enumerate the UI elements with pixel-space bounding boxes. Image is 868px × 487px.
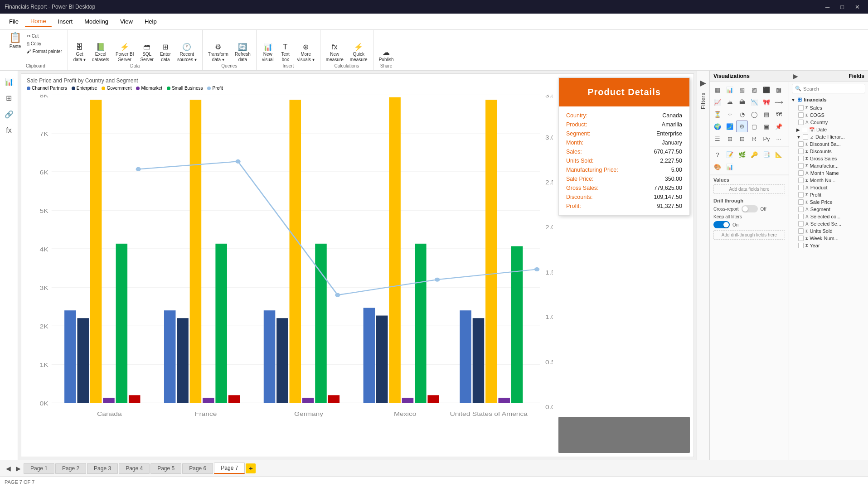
btn-quick-measure[interactable]: ⚡ Quickmeasure — [347, 42, 370, 63]
expand-viz-btn[interactable]: ▶ — [793, 72, 798, 80]
cb-cogs[interactable] — [798, 112, 804, 118]
viz-slicer[interactable]: ☰ — [712, 133, 723, 145]
fields-search-input[interactable] — [803, 86, 862, 92]
menu-view[interactable]: View — [115, 16, 138, 27]
viz-analytics[interactable]: 📊 — [724, 161, 736, 173]
viz-scatter[interactable]: ⁘ — [724, 108, 736, 120]
field-manufactur[interactable]: Σ Manufactur... — [789, 162, 868, 169]
cb-year[interactable] — [798, 243, 804, 248]
viz-python[interactable]: Py — [761, 133, 772, 145]
menu-help[interactable]: Help — [139, 16, 162, 27]
viz-funnel[interactable]: ⏳ — [712, 108, 723, 120]
viz-stacked-area[interactable]: 🏔 — [736, 96, 748, 108]
expand-date[interactable]: ▶ — [796, 127, 800, 132]
field-country[interactable]: A Country — [789, 119, 868, 126]
viz-area[interactable]: ⛰ — [724, 96, 736, 108]
menu-modeling[interactable]: Modeling — [79, 16, 114, 27]
viz-clustered-bar[interactable]: 📊 — [724, 84, 736, 96]
cb-date[interactable] — [802, 127, 807, 132]
viz-smart-narrative[interactable]: 📝 — [724, 149, 736, 160]
field-cogs[interactable]: Σ COGS — [789, 111, 868, 119]
cb-discount-band[interactable] — [798, 141, 804, 147]
minimize-btn[interactable]: ─ — [822, 3, 833, 11]
btn-new-visual[interactable]: 📊 Newvisual — [259, 42, 276, 63]
filters-icon[interactable]: ▶ — [700, 78, 706, 88]
page-nav-left[interactable]: ◀ — [4, 464, 13, 473]
viz-key-influencers[interactable]: 🔑 — [748, 149, 760, 160]
add-drill-fields[interactable]: Add drill-through fields here — [713, 230, 785, 240]
btn-excel[interactable]: 📗 Exceldatasets — [89, 42, 112, 63]
cb-profit[interactable] — [798, 192, 804, 198]
field-profit[interactable]: Σ Profit — [789, 191, 868, 198]
field-selected-se[interactable]: A Selected Se... — [789, 220, 868, 227]
menu-file[interactable]: File — [4, 16, 24, 27]
field-month-name[interactable]: A Month Name — [789, 169, 868, 177]
expand-date-hier[interactable]: ▼ — [796, 135, 801, 140]
cb-sale-price[interactable] — [798, 199, 804, 205]
cb-selected-se[interactable] — [798, 221, 804, 227]
field-date-hierarchy[interactable]: ▼ ⊿ Date Hierar... — [789, 133, 868, 140]
maximize-btn[interactable]: □ — [837, 3, 848, 11]
btn-get-data[interactable]: 🗄 Getdata ▾ — [71, 42, 88, 63]
viz-filled-map[interactable]: 🌍 — [712, 121, 723, 132]
cb-units-sold[interactable] — [798, 228, 804, 234]
tab-page-5[interactable]: Page 5 — [150, 463, 181, 474]
viz-stacked-col[interactable]: ▨ — [748, 84, 760, 96]
cb-product[interactable] — [798, 185, 804, 190]
viz-matrix[interactable]: ⊟ — [736, 133, 748, 145]
nav-report-icon[interactable]: 📊 — [2, 74, 16, 89]
btn-format-painter[interactable]: 🖌 Format painter — [24, 48, 65, 55]
field-units-sold[interactable]: Σ Units Sold — [789, 227, 868, 235]
menu-insert[interactable]: Insert — [53, 16, 78, 27]
page-nav-right[interactable]: ▶ — [14, 464, 23, 473]
viz-line[interactable]: 📈 — [712, 96, 723, 108]
field-product[interactable]: A Product — [789, 184, 868, 191]
cb-manufactur[interactable] — [798, 163, 804, 169]
btn-powerbi[interactable]: ⚡ Power BIServer — [113, 42, 137, 63]
tab-page-4[interactable]: Page 4 — [119, 463, 150, 474]
tab-add-page[interactable]: + — [246, 463, 256, 473]
viz-format[interactable]: 🎨 — [712, 161, 723, 173]
field-gross-sales[interactable]: Σ Gross Sales — [789, 155, 868, 162]
btn-refresh[interactable]: 🔄 Refreshdata — [232, 42, 253, 63]
keep-filters-toggle[interactable] — [713, 221, 730, 228]
cb-sales[interactable] — [798, 105, 804, 111]
tab-page-3[interactable]: Page 3 — [87, 463, 118, 474]
viz-donut[interactable]: ◯ — [748, 108, 760, 120]
viz-line-clustered[interactable]: 📉 — [748, 96, 760, 108]
btn-more-visuals[interactable]: ⊕ Morevisuals ▾ — [295, 42, 317, 63]
cb-segment[interactable] — [798, 207, 804, 212]
cb-gross-sales[interactable] — [798, 156, 804, 161]
field-sales[interactable]: Σ Sales — [789, 104, 868, 111]
viz-stacked-col-100[interactable]: ▩ — [773, 84, 785, 96]
close-btn[interactable]: ✕ — [851, 3, 863, 11]
nav-model-icon[interactable]: 🔗 — [2, 107, 16, 121]
btn-transform[interactable]: ⚙ Transformdata ▾ — [205, 42, 231, 63]
btn-cut[interactable]: ✂ Cut — [24, 33, 65, 39]
btn-new-measure[interactable]: fx Newmeasure — [323, 42, 346, 63]
viz-qa[interactable]: ? — [712, 149, 723, 160]
btn-recent-sources[interactable]: 🕐 Recentsources ▾ — [175, 42, 199, 63]
viz-stacked-bar-100[interactable]: ▧ — [736, 84, 748, 96]
viz-clustered-col[interactable]: ⬛ — [761, 84, 772, 96]
viz-ribbon[interactable]: 🎀 — [761, 96, 772, 108]
cb-week-num[interactable] — [798, 236, 804, 241]
field-segment[interactable]: A Segment — [789, 206, 868, 213]
viz-kpi[interactable]: 📌 — [773, 121, 785, 132]
btn-enter-data[interactable]: ⊞ Enterdata — [157, 42, 174, 63]
btn-publish[interactable]: ☁ Publish — [376, 47, 397, 63]
btn-text-box[interactable]: T Textbox — [277, 42, 294, 63]
viz-shape-map[interactable]: 📐 — [773, 149, 785, 160]
viz-table[interactable]: ⊞ — [724, 133, 736, 145]
viz-treemap[interactable]: ▤ — [761, 108, 772, 120]
btn-paste[interactable]: 📋 Paste — [6, 31, 24, 50]
cb-discounts[interactable] — [798, 149, 804, 154]
viz-azure-map[interactable]: 🗾 — [724, 121, 736, 132]
cb-date-hier[interactable] — [803, 134, 808, 140]
viz-pie[interactable]: ◔ — [736, 108, 748, 120]
cb-country[interactable] — [798, 120, 804, 125]
cb-selected-co[interactable] — [798, 214, 804, 219]
filters-sidebar[interactable]: ▶ Filters — [697, 71, 709, 460]
viz-gauge[interactable]: ⚙ — [736, 121, 748, 132]
viz-r-script[interactable]: R — [748, 133, 760, 145]
